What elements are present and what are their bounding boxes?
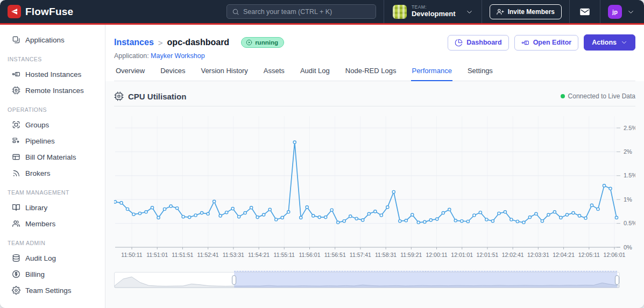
sidebar-section-header: TEAM MANAGEMENT: [8, 189, 105, 196]
tab-overview[interactable]: Overview: [115, 67, 145, 81]
sidebar-item-label: Remote Instances: [25, 87, 84, 95]
invite-members-button[interactable]: Invite Members: [490, 4, 562, 19]
svg-text:11:56:01: 11:56:01: [299, 252, 320, 258]
svg-text:0%: 0%: [624, 244, 632, 250]
svg-text:11:52:41: 11:52:41: [197, 252, 219, 258]
brand[interactable]: FlowFuse: [8, 5, 113, 18]
sidebar-item-label: Team Settings: [25, 286, 72, 295]
sidebar-item-groups[interactable]: Groups: [0, 117, 105, 133]
dashboard-button[interactable]: Dashboard: [448, 35, 508, 51]
cpu-chip-icon: [114, 91, 124, 101]
breadcrumb-separator: >: [158, 38, 163, 47]
sidebar-item-label: Pipelines: [25, 137, 55, 145]
sidebar-item-pipelines[interactable]: Pipelines: [0, 133, 105, 149]
billing-icon: [12, 270, 20, 278]
svg-text:11:54:21: 11:54:21: [248, 252, 270, 258]
chart-minimap[interactable]: [114, 272, 620, 288]
breadcrumb-instances-link[interactable]: Instances: [114, 38, 154, 47]
minimap-selection[interactable]: [234, 271, 617, 288]
team-selector[interactable]: TEAM: Development: [384, 0, 482, 23]
actions-button[interactable]: Actions: [584, 34, 635, 51]
breadcrumb: Instances > opc-dashboard running: [114, 37, 284, 48]
svg-text:12:04:21: 12:04:21: [553, 252, 575, 258]
hosted-instances-icon: [12, 70, 20, 78]
sidebar-item-label: Bill Of Materials: [25, 153, 76, 161]
search-input[interactable]: Search your team (CTRL + K): [227, 4, 376, 19]
tab-version-history[interactable]: Version History: [200, 67, 248, 81]
svg-text:11:55:11: 11:55:11: [274, 252, 295, 258]
minimap-left-handle[interactable]: [232, 275, 236, 285]
open-editor-button[interactable]: Open Editor: [514, 35, 579, 51]
minimap-right-handle[interactable]: [615, 275, 619, 285]
sidebar-item-library[interactable]: Library: [0, 199, 105, 216]
sidebar-section-header: TEAM ADMIN: [8, 240, 105, 246]
svg-text:2.5%: 2.5%: [624, 125, 635, 131]
tab-audit-log[interactable]: Audit Log: [300, 67, 330, 81]
play-circle-icon: [246, 39, 252, 46]
team-settings-icon: [12, 286, 20, 295]
svg-text:12:05:11: 12:05:11: [578, 252, 600, 258]
invite-members-label: Invite Members: [508, 8, 555, 16]
sidebar-item-team-settings[interactable]: Team Settings: [0, 282, 105, 298]
live-status-label: Connected to Live Data: [568, 92, 635, 100]
library-icon: [12, 203, 20, 212]
tab-performance[interactable]: Performance: [411, 67, 452, 81]
user-menu[interactable]: jp: [600, 0, 644, 23]
sidebar-section-header: INSTANCES: [8, 56, 105, 62]
svg-text:12:02:41: 12:02:41: [502, 252, 524, 258]
sidebar-item-remote-instances[interactable]: Remote Instances: [0, 82, 105, 98]
sidebar-item-brokers[interactable]: Brokers: [0, 165, 105, 181]
svg-text:11:56:51: 11:56:51: [324, 252, 346, 258]
sidebar-item-applications[interactable]: Applications: [0, 32, 105, 48]
groups-icon: [12, 120, 20, 129]
sidebar-item-members[interactable]: Members: [0, 216, 105, 232]
applications-icon: [12, 35, 20, 44]
svg-text:11:53:31: 11:53:31: [223, 252, 244, 258]
tab-assets[interactable]: Assets: [263, 67, 285, 81]
tab-bar: OverviewDevicesVersion HistoryAssetsAudi…: [114, 67, 635, 81]
editor-nodes-icon: [521, 39, 529, 47]
mail-icon: [579, 6, 590, 17]
svg-text:12:01:51: 12:01:51: [477, 252, 499, 258]
svg-text:12:00:11: 12:00:11: [426, 252, 447, 258]
status-badge-label: running: [255, 39, 278, 46]
panel-divider: [114, 106, 635, 106]
application-link[interactable]: Mayker Workshop: [151, 52, 205, 60]
remote-instances-icon: [12, 86, 20, 95]
tab-node-red-logs[interactable]: Node-RED Logs: [345, 67, 397, 81]
svg-text:1.5%: 1.5%: [624, 172, 635, 178]
page-header: Instances > opc-dashboard running Dashbo…: [105, 25, 644, 81]
team-avatar: [393, 5, 407, 19]
chevron-down-icon: [466, 8, 473, 15]
app-window: FlowFuse Search your team (CTRL + K) TEA…: [0, 0, 644, 308]
sidebar-item-label: Groups: [25, 121, 49, 129]
notifications-button[interactable]: [570, 0, 600, 23]
sidebar-item-label: Members: [25, 220, 55, 228]
svg-text:12:06:01: 12:06:01: [604, 252, 626, 258]
sidebar-item-label: Audit Log: [25, 254, 56, 262]
status-badge: running: [241, 37, 284, 48]
sidebar-item-billing[interactable]: Billing: [0, 266, 105, 282]
tab-settings[interactable]: Settings: [467, 67, 493, 81]
brand-name: FlowFuse: [25, 6, 73, 18]
sidebar-item-label: Billing: [25, 270, 45, 278]
sidebar-item-hosted-instances[interactable]: Hosted Instances: [0, 66, 105, 82]
svg-text:11:59:21: 11:59:21: [400, 252, 422, 258]
svg-text:11:51:51: 11:51:51: [172, 252, 193, 258]
sidebar-item-bill-of-materials[interactable]: Bill Of Materials: [0, 149, 105, 165]
sidebar-item-audit-log[interactable]: Audit Log: [0, 250, 105, 266]
search-placeholder: Search your team (CTRL + K): [243, 8, 332, 16]
members-icon: [12, 219, 20, 228]
tab-devices[interactable]: Devices: [160, 67, 186, 81]
sidebar-item-label: Hosted Instances: [25, 70, 81, 78]
pie-chart-icon: [455, 39, 463, 47]
svg-text:11:58:31: 11:58:31: [375, 252, 397, 258]
svg-text:11:57:41: 11:57:41: [350, 252, 371, 258]
bill-of-materials-icon: [12, 153, 20, 161]
svg-text:11:51:01: 11:51:01: [146, 252, 168, 258]
page-title: opc-dashboard: [167, 38, 230, 47]
audit-log-icon: [12, 254, 20, 262]
minimap-grip[interactable]: [423, 271, 428, 273]
content: CPU Utilisation Connected to Live Data 0…: [105, 81, 644, 308]
search-icon: [232, 8, 239, 16]
